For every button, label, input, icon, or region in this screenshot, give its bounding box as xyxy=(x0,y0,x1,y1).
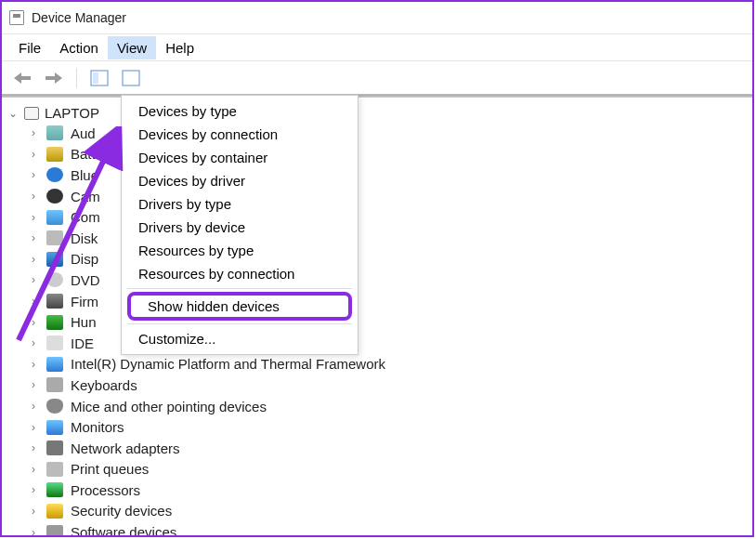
tree-node[interactable]: ›Software devices xyxy=(7,521,752,535)
device-icon xyxy=(46,230,63,245)
menu-item[interactable]: Resources by type xyxy=(122,239,358,262)
menubar: File Action View Help xyxy=(2,33,752,61)
device-icon xyxy=(46,294,63,309)
device-icon xyxy=(46,420,63,435)
chevron-right-icon: › xyxy=(28,379,39,390)
chevron-right-icon: › xyxy=(28,317,39,328)
tree-node[interactable]: ›Keyboards xyxy=(7,375,752,396)
chevron-right-icon: › xyxy=(28,484,39,495)
device-icon xyxy=(46,440,63,455)
properties-button[interactable] xyxy=(86,65,112,91)
chevron-right-icon: › xyxy=(28,337,39,348)
tree-node[interactable]: ›Batt xyxy=(7,144,752,165)
menu-item[interactable]: Resources by connection xyxy=(122,262,358,285)
root-label: LAPTOP xyxy=(45,105,99,121)
help-button[interactable] xyxy=(118,65,144,91)
tree-node[interactable]: ›Mice and other pointing devices xyxy=(7,396,752,417)
chevron-right-icon: › xyxy=(28,212,39,223)
tree-node-label: Batt xyxy=(71,146,96,162)
chevron-right-icon: › xyxy=(28,422,39,433)
menu-item[interactable]: Drivers by type xyxy=(122,192,358,216)
tree-node[interactable]: ›Disk xyxy=(7,228,752,249)
svg-rect-1 xyxy=(93,72,98,84)
chevron-right-icon: › xyxy=(28,296,39,307)
tree-node[interactable]: ›Monitors xyxy=(7,416,752,438)
menu-item[interactable]: Customize... xyxy=(122,327,358,350)
tree-node[interactable]: ›IDE xyxy=(7,333,752,354)
tree-node[interactable]: ›Intel(R) Dynamic Platform and Thermal F… xyxy=(7,354,752,375)
chevron-right-icon: › xyxy=(28,254,39,265)
back-button[interactable] xyxy=(9,65,35,91)
tree-node-label: Software devices xyxy=(71,524,176,535)
menu-item[interactable]: Devices by type xyxy=(122,99,358,123)
forward-button[interactable] xyxy=(41,65,67,91)
tree-node[interactable]: ›Processors xyxy=(7,480,752,501)
device-icon xyxy=(46,504,63,519)
chevron-right-icon: › xyxy=(28,127,39,138)
tree-node[interactable]: ›Network adapters xyxy=(7,438,752,459)
tree-root[interactable]: ⌄ LAPTOP xyxy=(7,103,752,123)
svg-rect-2 xyxy=(123,71,139,85)
tree-node-label: Keyboards xyxy=(71,377,137,393)
tree-node-label: Security devices xyxy=(71,503,172,519)
tree-node[interactable]: ›DVD xyxy=(7,270,752,291)
device-manager-window: Device Manager File Action View Help ⌄ L… xyxy=(0,0,754,537)
menu-item[interactable]: Devices by connection xyxy=(122,123,358,146)
menu-item[interactable]: Devices by container xyxy=(122,146,358,169)
menu-separator xyxy=(127,288,352,289)
tree-node-label: Print queues xyxy=(71,461,149,477)
tree-node[interactable]: ›Security devices xyxy=(7,501,752,522)
device-icon xyxy=(46,525,63,535)
window-title: Device Manager xyxy=(32,10,126,25)
device-icon xyxy=(46,399,63,414)
window-titlebar: Device Manager xyxy=(2,2,752,33)
device-icon xyxy=(46,189,63,204)
app-icon xyxy=(9,10,24,25)
menu-view[interactable]: View xyxy=(108,36,156,59)
tree-node-label: Blue xyxy=(71,167,98,183)
device-icon xyxy=(46,462,63,477)
device-icon xyxy=(46,335,63,350)
chevron-right-icon: › xyxy=(28,274,39,285)
tree-node-label: IDE xyxy=(71,335,94,351)
chevron-right-icon: › xyxy=(28,232,39,243)
tree-node[interactable]: ›Firm xyxy=(7,291,752,312)
tree-node-label: Cam xyxy=(71,189,100,204)
chevron-right-icon: › xyxy=(28,506,39,517)
tree-node[interactable]: ›Blue xyxy=(7,164,752,186)
tree-node-label: Firm xyxy=(71,294,98,309)
tree-node[interactable]: ›Hun xyxy=(7,311,752,333)
tree-node-label: Com xyxy=(71,209,100,225)
content-area: ⌄ LAPTOP ›Aud›Batt›Blue›Cam›Com›Disk›Dis… xyxy=(2,95,752,535)
menu-item[interactable]: Show hidden devices xyxy=(144,296,335,316)
tree-node[interactable]: ›Cam xyxy=(7,186,752,207)
menu-file[interactable]: File xyxy=(9,36,50,59)
tree-node[interactable]: ›Disp xyxy=(7,249,752,270)
device-icon xyxy=(46,167,63,182)
device-icon xyxy=(46,147,63,162)
tree-node-label: Intel(R) Dynamic Platform and Thermal Fr… xyxy=(71,356,385,372)
device-icon xyxy=(46,272,63,287)
menu-action[interactable]: Action xyxy=(50,36,108,59)
chevron-right-icon: › xyxy=(28,169,39,180)
tree-node-label: Mice and other pointing devices xyxy=(71,399,267,414)
menu-item[interactable]: Devices by driver xyxy=(122,169,358,192)
annotation-highlight: Show hidden devices xyxy=(127,292,352,321)
chevron-down-icon: ⌄ xyxy=(7,108,19,119)
tree-node[interactable]: ›Com xyxy=(7,206,752,228)
menu-item[interactable]: Drivers by device xyxy=(122,216,358,239)
chevron-right-icon: › xyxy=(28,359,39,370)
chevron-right-icon: › xyxy=(28,442,39,454)
menu-help[interactable]: Help xyxy=(156,36,203,59)
tree-node[interactable]: ›Aud xyxy=(7,123,752,144)
device-icon xyxy=(46,377,63,392)
tree-node-label: Network adapters xyxy=(71,440,180,456)
chevron-right-icon: › xyxy=(28,527,39,535)
tree-node-label: Hun xyxy=(71,314,97,330)
device-icon xyxy=(46,252,63,267)
device-icon xyxy=(46,125,63,140)
chevron-right-icon: › xyxy=(28,149,39,160)
device-icon xyxy=(46,357,63,372)
computer-icon xyxy=(24,107,39,120)
tree-node[interactable]: ›Print queues xyxy=(7,459,752,480)
